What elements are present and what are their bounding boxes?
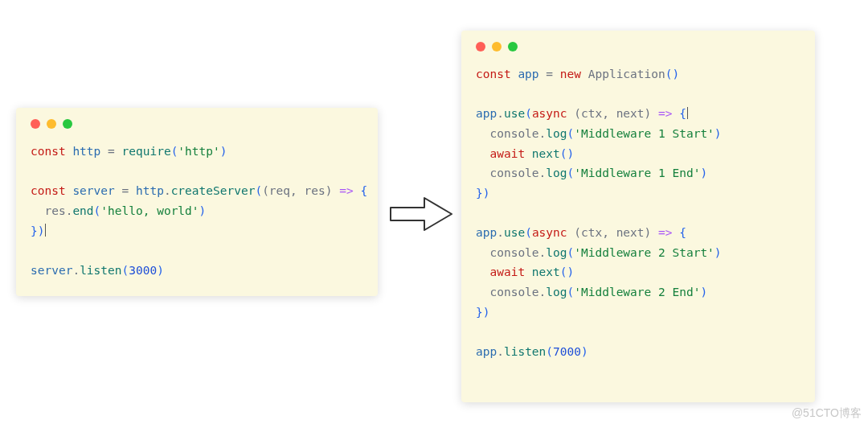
code-token: ) xyxy=(714,127,722,140)
code-token: console xyxy=(476,246,539,259)
code-token: log xyxy=(546,167,567,179)
code-token: ) xyxy=(483,306,490,319)
code-token: await xyxy=(489,266,531,278)
window-controls xyxy=(31,119,363,129)
code-token: ) xyxy=(714,246,722,259)
code-token xyxy=(476,147,489,160)
code-token: new xyxy=(560,68,588,80)
code-token: => xyxy=(658,107,672,120)
code-token: } xyxy=(476,306,483,319)
code-token: const xyxy=(31,145,72,158)
code-token: . xyxy=(164,184,171,197)
code-token: require xyxy=(122,145,171,158)
code-token: ) xyxy=(483,187,490,200)
code-token xyxy=(651,226,658,239)
close-icon xyxy=(31,119,40,129)
code-token: ( xyxy=(546,345,553,358)
code-token: ( xyxy=(567,127,575,140)
code-token: 'Middleware 1 Start' xyxy=(574,127,714,140)
code-token: next xyxy=(532,266,560,278)
code-token: async xyxy=(532,226,574,239)
code-token: next xyxy=(532,147,560,160)
code-token: ( xyxy=(567,167,575,179)
code-token: ) xyxy=(157,264,164,277)
code-token: app xyxy=(476,226,497,239)
code-token: 'Middleware 1 End' xyxy=(574,167,700,179)
code-token: ) xyxy=(38,224,45,237)
code-token: server xyxy=(31,264,72,277)
code-token: . xyxy=(539,286,547,298)
minimize-icon xyxy=(492,42,502,51)
code-token: 'http' xyxy=(178,145,219,158)
code-token: ) xyxy=(581,345,588,358)
code-token: ( xyxy=(525,226,532,239)
code-token: () xyxy=(665,68,679,80)
code-token: ) xyxy=(700,286,707,298)
text-cursor xyxy=(45,224,46,236)
code-token xyxy=(332,184,339,197)
code-token xyxy=(476,266,489,278)
code-token: 'Middleware 2 Start' xyxy=(574,246,714,259)
code-token: . xyxy=(539,127,547,140)
code-token: ( xyxy=(567,286,575,298)
code-token: . xyxy=(497,107,504,120)
code-token: listen xyxy=(504,345,546,358)
code-token: . xyxy=(539,246,547,259)
code-token: app xyxy=(476,107,497,120)
code-token: Application xyxy=(588,68,665,80)
code-token: log xyxy=(546,246,567,259)
zoom-icon xyxy=(63,119,72,129)
code-token: res xyxy=(31,204,66,217)
code-token: ( xyxy=(567,246,575,259)
code-token: use xyxy=(504,226,525,239)
code-token: } xyxy=(476,187,483,200)
text-cursor xyxy=(687,107,688,119)
code-token: console xyxy=(476,286,539,298)
code-token: . xyxy=(497,226,504,239)
code-token: { xyxy=(360,184,367,197)
code-token: (ctx, next) xyxy=(574,226,651,239)
code-token: ( xyxy=(525,107,532,120)
code-token: async xyxy=(532,107,574,120)
code-token: { xyxy=(679,107,686,120)
code-token: . xyxy=(497,345,504,358)
watermark: @51CTO博客 xyxy=(792,406,862,421)
code-token: ) xyxy=(700,167,707,179)
code-token: end xyxy=(72,204,93,217)
code-token: 3000 xyxy=(129,264,157,277)
code-token: listen xyxy=(80,264,121,277)
minimize-icon xyxy=(47,119,56,129)
code-token: const xyxy=(31,184,72,197)
code-token: http xyxy=(136,184,164,197)
code-token: = xyxy=(115,184,136,197)
code-token: { xyxy=(679,226,686,239)
code-token: console xyxy=(476,167,539,179)
code-token: => xyxy=(658,226,672,239)
code-token: log xyxy=(546,127,567,140)
code-token: => xyxy=(339,184,353,197)
window-controls xyxy=(476,42,800,51)
zoom-icon xyxy=(508,42,518,51)
code-token: ) xyxy=(199,204,207,217)
code-token: } xyxy=(31,224,38,237)
right-code-block: const app = new Application() app.use(as… xyxy=(476,64,800,362)
code-token: const xyxy=(476,68,518,80)
code-token: 'hello, world' xyxy=(100,204,199,217)
code-token: ( xyxy=(255,184,262,197)
code-token: () xyxy=(560,147,574,160)
code-token: . xyxy=(539,167,547,179)
code-token: . xyxy=(72,264,80,277)
code-token: app xyxy=(518,68,538,80)
code-token: app xyxy=(476,345,497,358)
code-token: console xyxy=(476,127,539,140)
code-token: http xyxy=(72,145,100,158)
left-code-card: const http = require('http') const serve… xyxy=(16,108,378,296)
code-token xyxy=(651,107,658,120)
code-token: = xyxy=(100,145,121,158)
code-token: 'Middleware 2 End' xyxy=(574,286,700,298)
code-token: (ctx, next) xyxy=(574,107,651,120)
code-token: () xyxy=(560,266,574,278)
code-token xyxy=(673,107,680,120)
right-code-card: const app = new Application() app.use(as… xyxy=(461,31,815,402)
code-token: ) xyxy=(220,145,227,158)
